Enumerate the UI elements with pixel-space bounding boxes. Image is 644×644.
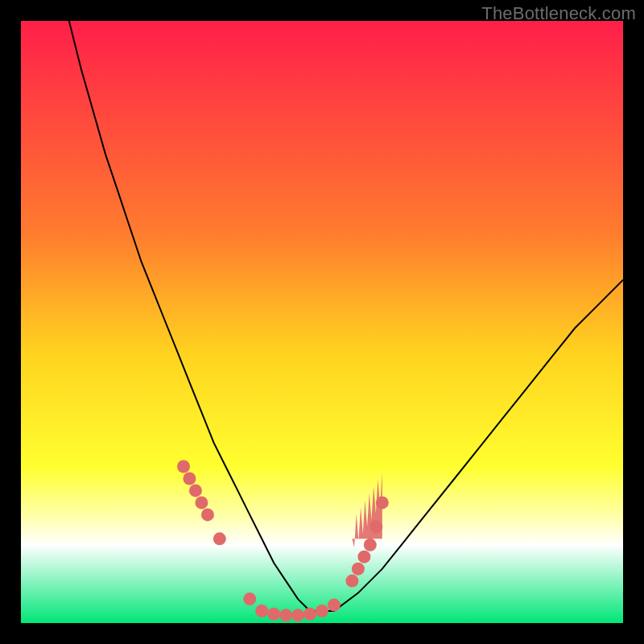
marker-point [291, 609, 304, 621]
watermark-text: TheBottleneck.com [481, 3, 636, 24]
marker-point [255, 605, 268, 617]
marker-point [376, 496, 389, 509]
marker-point [369, 520, 382, 533]
marker-point [357, 551, 370, 564]
marker-point [352, 563, 365, 576]
marker-point [201, 508, 214, 521]
marker-point [328, 599, 341, 612]
marker-point [345, 575, 358, 588]
marker-point [267, 608, 280, 621]
marker-point [279, 609, 292, 621]
marker-point [195, 496, 208, 509]
marker-point [243, 592, 256, 605]
gradient-background [21, 21, 623, 623]
marker-point [213, 532, 226, 545]
marker-point [316, 605, 328, 617]
marker-point [364, 539, 377, 551]
marker-point [189, 484, 202, 497]
chart-frame [21, 21, 623, 623]
bottleneck-plot [21, 21, 623, 623]
marker-point [303, 608, 316, 621]
marker-point [183, 473, 196, 485]
marker-point [177, 460, 190, 473]
